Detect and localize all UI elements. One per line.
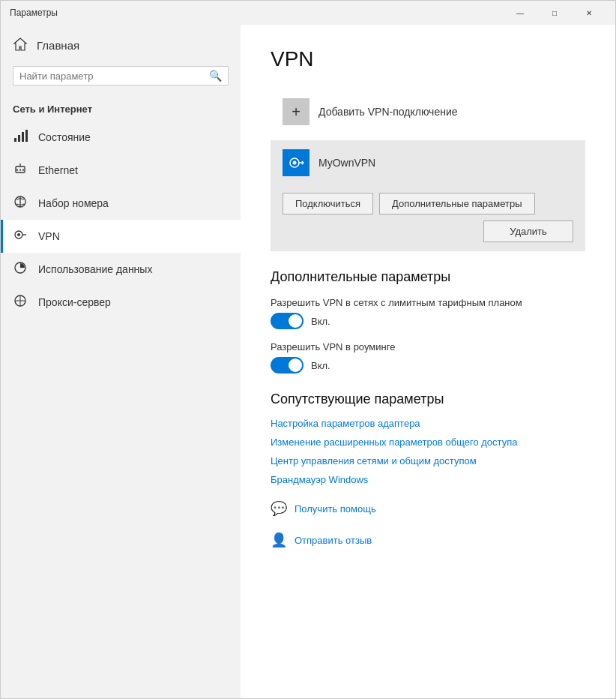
ethernet-icon — [13, 161, 28, 179]
home-icon — [13, 37, 28, 54]
toggle1-state: Вкл. — [311, 316, 330, 327]
get-help-icon: 💬 — [271, 500, 287, 517]
sidebar-section-title: Сеть и Интернет — [1, 98, 241, 121]
main-content: VPN + Добавить VPN-подключение MyO — [241, 25, 615, 698]
svg-rect-1 — [18, 135, 20, 142]
vpn-entry[interactable]: MyOwnVPN — [271, 140, 585, 185]
main-window: Параметры — □ ✕ Главная 🔍 — [0, 0, 616, 699]
related-link-2[interactable]: Изменение расширенных параметров общего … — [271, 436, 585, 448]
toggle1[interactable] — [271, 313, 304, 329]
window-controls: — □ ✕ — [503, 1, 606, 25]
status-icon — [13, 128, 28, 146]
toggle2-label: Разрешить VPN в роуминге — [271, 341, 585, 352]
vpn-actions: Подключиться Дополнительные параметры Уд… — [271, 185, 585, 251]
get-help-row: 💬 Получить помощь — [271, 500, 585, 517]
sidebar-item-data-usage[interactable]: Использование данных — [1, 253, 241, 286]
get-help-link[interactable]: Получить помощь — [295, 503, 376, 514]
sidebar-item-status[interactable]: Состояние — [1, 121, 241, 154]
sidebar-label-vpn: VPN — [38, 230, 60, 242]
sidebar-item-home[interactable]: Главная — [1, 31, 241, 60]
sidebar-item-vpn[interactable]: VPN — [1, 220, 241, 253]
toggle2-wrap: Вкл. — [271, 357, 585, 374]
related-link-1[interactable]: Настройка параметров адаптера — [271, 418, 585, 429]
sidebar-item-proxy[interactable]: Прокси-сервер — [1, 286, 241, 319]
toggle2[interactable] — [271, 357, 304, 374]
search-input[interactable] — [19, 70, 209, 82]
toggle-row-roaming: Разрешить VPN в роуминге Вкл. — [271, 341, 585, 374]
add-vpn-button[interactable]: + Добавить VPN-подключение — [271, 89, 585, 134]
svg-point-19 — [293, 161, 297, 165]
add-vpn-icon: + — [283, 98, 309, 125]
home-label: Главная — [37, 39, 79, 52]
related-link-4[interactable]: Брандмауэр Windows — [271, 474, 585, 485]
title-bar: Параметры — □ ✕ — [1, 1, 615, 25]
toggle1-label: Разрешить VPN в сетях с лимитным тарифны… — [271, 297, 585, 308]
related-section-title: Сопутствующие параметры — [271, 392, 585, 407]
search-container: 🔍 — [13, 66, 229, 86]
dialup-icon — [13, 194, 28, 212]
sidebar-label-proxy: Прокси-сервер — [38, 296, 111, 308]
vpn-entry-icon — [283, 149, 309, 176]
content-area: Главная 🔍 Сеть и Интернет — [1, 25, 615, 698]
sidebar-item-ethernet[interactable]: Ethernet — [1, 154, 241, 187]
send-feedback-link[interactable]: Отправить отзыв — [295, 535, 372, 546]
toggle1-wrap: Вкл. — [271, 313, 585, 329]
sidebar-item-dialup[interactable]: Набор номера — [1, 187, 241, 220]
minimize-button[interactable]: — — [503, 1, 537, 25]
data-usage-icon — [13, 260, 28, 278]
proxy-icon — [13, 293, 28, 311]
advanced-section-title: Дополнительные параметры — [271, 269, 585, 285]
search-icon: 🔍 — [209, 70, 222, 82]
svg-point-13 — [17, 233, 20, 236]
close-button[interactable]: ✕ — [572, 1, 606, 25]
vpn-entry-name: MyOwnVPN — [318, 157, 573, 169]
sidebar: Главная 🔍 Сеть и Интернет — [1, 25, 241, 698]
send-feedback-icon: 👤 — [271, 532, 287, 548]
delete-button[interactable]: Удалить — [483, 220, 573, 242]
page-title: VPN — [271, 47, 585, 71]
svg-rect-0 — [14, 138, 16, 142]
sidebar-label-ethernet: Ethernet — [38, 164, 78, 176]
maximize-button[interactable]: □ — [537, 1, 572, 25]
svg-rect-3 — [25, 130, 28, 142]
related-link-3[interactable]: Центр управления сетями и общим доступом — [271, 455, 585, 466]
toggle-row-metered: Разрешить VPN в сетях с лимитным тарифны… — [271, 297, 585, 329]
sidebar-label-status: Состояние — [38, 131, 91, 143]
send-feedback-row: 👤 Отправить отзыв — [271, 532, 585, 548]
add-vpn-label: Добавить VPN-подключение — [318, 106, 458, 118]
sidebar-label-data-usage: Использование данных — [38, 263, 152, 275]
toggle2-state: Вкл. — [311, 360, 330, 371]
vpn-sidebar-icon — [13, 227, 28, 245]
svg-rect-2 — [22, 132, 24, 142]
sidebar-label-dialup: Набор номера — [38, 197, 109, 209]
window-title: Параметры — [10, 8, 58, 18]
advanced-button[interactable]: Дополнительные параметры — [379, 193, 535, 214]
connect-button[interactable]: Подключиться — [283, 193, 373, 214]
